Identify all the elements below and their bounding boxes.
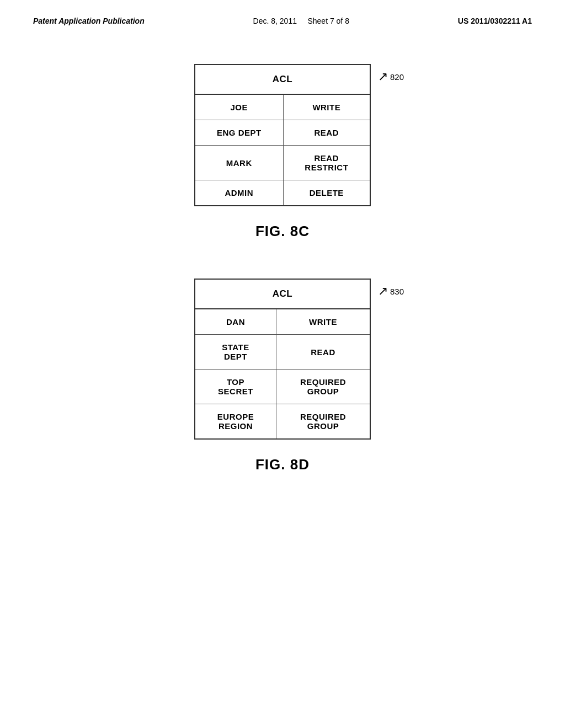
table-row: JOE WRITE xyxy=(195,94,370,120)
figure-8d-table-container: ACL DAN WRITE STATEDEPT READ TOPSECRET R… xyxy=(194,279,371,440)
cell-required-group-2: REQUIREDGROUP xyxy=(276,404,370,440)
table-row: ENG DEPT READ xyxy=(195,120,370,146)
arrow-830: ↗ xyxy=(378,284,388,298)
table-row: ADMIN DELETE xyxy=(195,180,370,206)
cell-dan: DAN xyxy=(195,309,276,335)
acl-table-8d: ACL DAN WRITE STATEDEPT READ TOPSECRET R… xyxy=(194,279,371,440)
table-row: MARK READRESTRICT xyxy=(195,146,370,180)
table-row: DAN WRITE xyxy=(195,309,370,335)
cell-mark: MARK xyxy=(195,146,283,180)
figure-8d-label: FIG. 8D xyxy=(255,456,310,473)
table-row: EUROPEREGION REQUIREDGROUP xyxy=(195,404,370,440)
cell-delete: DELETE xyxy=(283,180,370,206)
cell-eng-dept: ENG DEPT xyxy=(195,120,283,146)
cell-admin: ADMIN xyxy=(195,180,283,206)
header-sheet: Sheet 7 of 8 xyxy=(307,17,349,25)
cell-state-dept: STATEDEPT xyxy=(195,335,276,370)
ref-number-830: 830 xyxy=(390,287,404,296)
acl-header-8d: ACL xyxy=(195,279,370,309)
acl-header-8c: ACL xyxy=(195,65,370,94)
reference-830: ↗ 830 xyxy=(378,284,404,298)
cell-required-group-1: REQUIREDGROUP xyxy=(276,370,370,404)
cell-read-2: READ xyxy=(276,335,370,370)
cell-read-restrict: READRESTRICT xyxy=(283,146,370,180)
cell-top-secret: TOPSECRET xyxy=(195,370,276,404)
reference-820: ↗ 820 xyxy=(378,69,404,84)
cell-write-1: WRITE xyxy=(283,94,370,120)
header-patent-number: US 2011/0302211 A1 xyxy=(458,17,532,25)
cell-europe-region: EUROPEREGION xyxy=(195,404,276,440)
arrow-820: ↗ xyxy=(378,69,388,84)
header-publication: Patent Application Publication xyxy=(33,17,145,25)
table-row: STATEDEPT READ xyxy=(195,335,370,370)
page: Patent Application Publication Dec. 8, 2… xyxy=(0,0,565,728)
header-date-sheet: Dec. 8, 2011 Sheet 7 of 8 xyxy=(253,17,349,25)
figure-8d-section: ACL DAN WRITE STATEDEPT READ TOPSECRET R… xyxy=(33,279,532,473)
figure-8c-table-container: ACL JOE WRITE ENG DEPT READ MARK READRES… xyxy=(194,64,371,206)
figure-8c-label: FIG. 8C xyxy=(255,223,310,240)
page-header: Patent Application Publication Dec. 8, 2… xyxy=(33,11,532,42)
cell-write-2: WRITE xyxy=(276,309,370,335)
acl-table-8c: ACL JOE WRITE ENG DEPT READ MARK READRES… xyxy=(194,64,371,206)
header-date: Dec. 8, 2011 xyxy=(253,17,297,25)
cell-joe: JOE xyxy=(195,94,283,120)
figure-8c-section: ACL JOE WRITE ENG DEPT READ MARK READRES… xyxy=(33,64,532,240)
cell-read-1: READ xyxy=(283,120,370,146)
ref-number-820: 820 xyxy=(390,72,404,82)
table-row: TOPSECRET REQUIREDGROUP xyxy=(195,370,370,404)
